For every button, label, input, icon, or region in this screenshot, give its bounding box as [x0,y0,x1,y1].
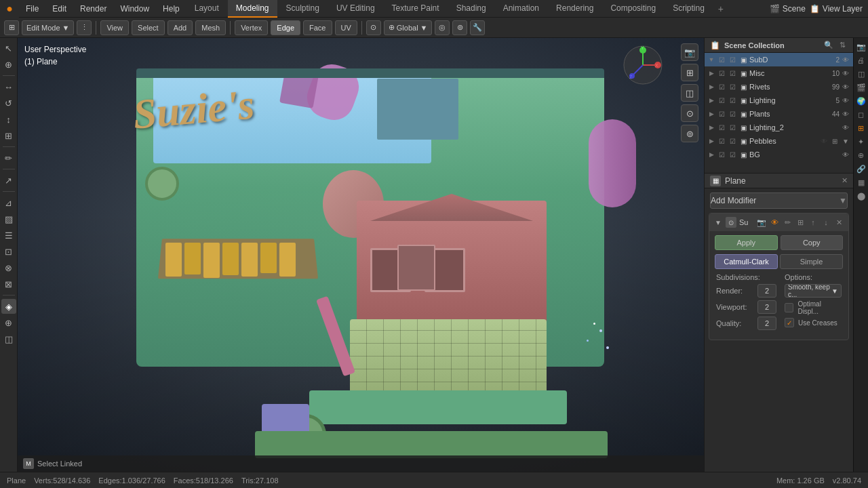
output-props-icon[interactable]: 🖨 [855,54,867,66]
simple-button[interactable]: Simple [780,254,843,269]
modifier-up-icon[interactable]: ↑ [808,217,818,228]
snap-icon-button[interactable]: ⊙ [366,20,381,35]
snapping-button[interactable]: 🔧 [470,20,485,35]
move-tool-icon[interactable]: ↔ [1,79,16,94]
modifier-close-icon[interactable]: ✕ [833,217,844,228]
view-menu-button[interactable]: View [100,20,129,35]
measure-tool-icon[interactable]: ↗ [1,173,16,188]
overlay-icon-button[interactable]: ⊙ [681,104,698,122]
expand-icon[interactable]: ▶ [707,96,715,104]
filter-icon[interactable]: ▼ [841,136,850,146]
loop-cut-tool-icon[interactable]: ☰ [1,228,16,243]
hide-icon[interactable]: 👁 [841,123,850,132]
xray-icon-button[interactable]: ⊚ [681,125,698,142]
particles-props-icon[interactable]: ✦ [855,136,867,148]
outliner-item-lighting[interactable]: ▶ ☑ ☑ ▣ Lighting 5 👁 [705,94,853,107]
tab-sculpting[interactable]: Sculpting [278,0,328,18]
select-menu-button[interactable]: Select [132,20,165,35]
tab-layout[interactable]: Layout [186,0,227,18]
modifier-cage-icon[interactable]: ⊞ [795,217,806,228]
modifier-viewport-icon[interactable]: 👁 [769,217,780,228]
face-button[interactable]: Face [303,20,332,35]
outliner-item-subd[interactable]: ▼ ☑ ☑ ▣ SubD 2 👁 [705,53,853,66]
render-check[interactable]: ☑ [728,136,737,146]
outliner-item-bg[interactable]: ▶ ☑ ☑ ▣ BG 👁 [705,148,853,161]
scene-props-icon[interactable]: 🎬 [855,81,867,94]
modifier-realtime-icon[interactable]: ⊙ [726,217,736,228]
camera-view-icon-button[interactable]: 📷 [681,43,698,61]
outliner-item-lighting2[interactable]: ▶ ☑ ☑ ▣ Lighting_2 👁 [705,121,853,134]
expand-icon[interactable]: ▼ [707,56,715,64]
visibility-check[interactable]: ☑ [717,109,726,119]
render-check[interactable]: ☑ [728,96,737,105]
render-props-icon[interactable]: 📷 [855,41,867,53]
hide-icon[interactable]: 👁 [841,55,850,64]
tab-shading[interactable]: Shading [448,0,494,18]
visibility-check[interactable]: ☑ [717,68,726,78]
menu-help[interactable]: Help [156,0,186,18]
viewport-value-field[interactable]: 2 [757,300,776,314]
copy-button[interactable]: Copy [781,235,844,250]
world-props-icon[interactable]: 🌍 [855,95,867,107]
wireframe-icon-button[interactable]: ◫ [681,84,698,102]
bevel-tool-icon[interactable]: ▨ [1,211,16,226]
expand-icon[interactable]: ▶ [707,69,715,77]
visibility-check[interactable]: ☑ [717,136,726,146]
hide-icon[interactable]: 👁 [841,82,850,92]
grid-view-icon-button[interactable]: ⊞ [681,64,698,81]
hide-icon[interactable]: 👁 [841,96,850,105]
visibility-check[interactable]: ☑ [717,96,726,105]
object-props-icon[interactable]: ◻ [855,108,867,121]
transform-tool-icon[interactable]: ⊞ [1,128,16,143]
tab-uv-editing[interactable]: UV Editing [328,0,383,18]
viewport-3d[interactable]: Suzie's User Perspective (1) Plane X Y Z [18,38,704,472]
outliner-filter-icon[interactable]: 🔍 [823,40,834,51]
cursor-tool-icon[interactable]: ⊕ [1,57,16,72]
constraints-props-icon[interactable]: 🔗 [855,163,867,175]
edge-button[interactable]: Edge [271,20,300,35]
tab-modeling[interactable]: Modeling [228,0,277,18]
proportional-edit-button[interactable]: ⊚ [452,20,467,35]
menu-edit[interactable]: Edit [45,0,73,18]
tab-rendering[interactable]: Rendering [548,0,601,18]
view-layer-selector[interactable]: 📋 View Layer [810,4,863,14]
vertex-button[interactable]: Vertex [235,20,268,35]
bisect-tool-icon[interactable]: ⊠ [1,277,16,291]
visibility-check[interactable]: ☑ [717,123,726,132]
inset-tool-icon[interactable]: ⊿ [1,195,16,210]
hide-icon[interactable]: 👁 [841,150,850,159]
menu-window[interactable]: Window [113,0,156,18]
view-layer-props-icon[interactable]: ◫ [855,68,867,80]
properties-close-icon[interactable]: ✕ [842,176,848,185]
outliner-item-rivets[interactable]: ▶ ☑ ☑ ▣ Rivets 99 👁 [705,80,853,94]
modifier-down-icon[interactable]: ↓ [821,217,831,228]
tab-texture-paint[interactable]: Texture Paint [384,0,448,18]
optimal-disp-checkbox[interactable]: ✓ [785,303,793,312]
select-tool-icon[interactable]: ↖ [1,41,16,56]
menu-file[interactable]: File [19,0,45,18]
scale-tool-icon[interactable]: ↕ [1,112,16,127]
tab-scripting[interactable]: Scripting [665,0,713,18]
offset-edge-tool-icon[interactable]: ⊡ [1,244,16,259]
viewport-options-button[interactable]: ⋮ [77,20,92,35]
poke-tool-icon[interactable]: ◫ [1,331,16,346]
render-check[interactable]: ☑ [728,150,737,159]
extrude-tool-icon[interactable]: ◈ [1,299,16,314]
smooth-select[interactable]: Smooth, keep c... ▼ [785,284,842,298]
add-workspace-tab-button[interactable]: + [713,1,728,16]
hide-icon[interactable]: 👁 [841,109,850,119]
render-check[interactable]: ☑ [728,109,737,119]
mode-selector[interactable]: Edit Mode ▼ [22,20,74,35]
inset-faces-tool-icon[interactable]: ⊕ [1,315,16,330]
apply-button[interactable]: Apply [715,235,778,250]
navigation-gizmo[interactable]: X Y Z [623,45,663,85]
render-check[interactable]: ☑ [728,55,737,64]
render-value-field[interactable]: 2 [757,284,776,298]
visibility-check[interactable]: ☑ [717,82,726,92]
annotate-tool-icon[interactable]: ✏ [1,150,16,165]
outliner-item-plants[interactable]: ▶ ☑ ☑ ▣ Plants 44 👁 [705,107,853,121]
mesh-menu-button[interactable]: Mesh [195,20,226,35]
modifier-icon[interactable]: ⊞ [830,136,840,146]
scene-selector[interactable]: 🎬 Scene [770,4,806,14]
modifier-edit-icon[interactable]: ✏ [782,217,793,228]
